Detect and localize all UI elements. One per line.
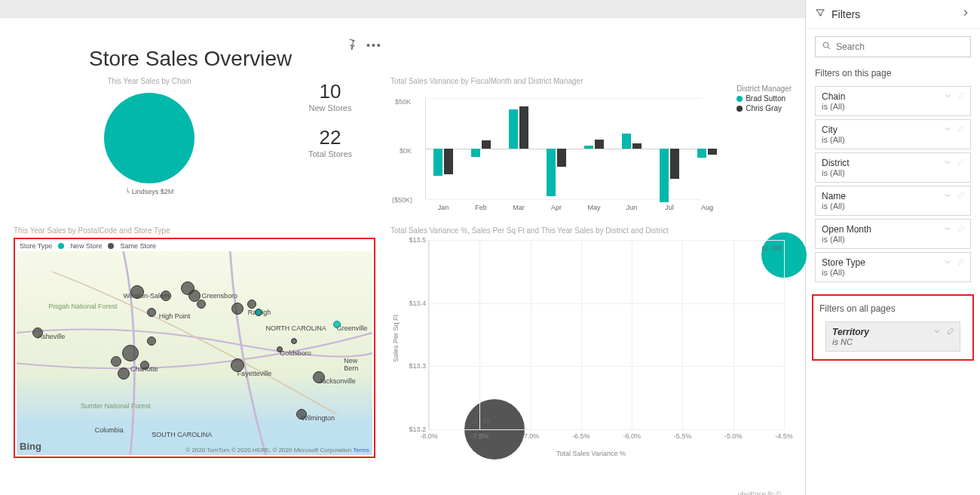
chevron-down-icon[interactable] (943, 158, 952, 169)
map-canvas[interactable]: Bing © 2020 TomTom © 2020 HERE, © 2020 M… (17, 251, 372, 455)
chevron-down-icon[interactable] (943, 224, 952, 235)
scatter-tile[interactable]: Total Sales Variance %, Sales Per Sq Ft … (390, 226, 792, 460)
bing-logo: Bing (20, 441, 41, 452)
filter-card-territory[interactable]: Territory is NC (825, 321, 960, 352)
filter-card-district[interactable]: Districtis (All) (815, 152, 971, 183)
pie-title: This Year Sales by Chain (14, 77, 285, 85)
chevron-down-icon[interactable] (943, 191, 952, 202)
top-grey-bar (0, 0, 805, 18)
pie-kpi-tile[interactable]: This Year Sales by Chain └ Lindseys $2M … (14, 77, 375, 220)
eraser-icon[interactable] (957, 91, 966, 103)
scatter-title: Total Sales Variance %, Sales Per Sq Ft … (390, 226, 792, 235)
eraser-icon[interactable] (957, 191, 966, 202)
map-terms-link[interactable]: Terms (353, 447, 369, 453)
pie-chart[interactable] (104, 93, 194, 183)
bar-plot-area: JanFebMarAprMayJunJulAug (425, 98, 701, 199)
kpi-total-stores-value: 22 (285, 126, 375, 149)
more-icon[interactable]: ••• (366, 39, 382, 51)
scatter-plot-area: LI - 04 LI - 03 $13.5$13.4$13.3$13.2-8.0… (428, 240, 784, 430)
all-pages-highlight: Filters on all pages Territory is NC (812, 294, 974, 361)
bar-chart-tile[interactable]: Total Sales Variance by FiscalMonth and … (390, 77, 792, 220)
page-title: Store Sales Overview (89, 47, 792, 71)
filter-card-city[interactable]: Cityis (All) (815, 119, 971, 149)
filter-card-chain[interactable]: Chainis (All) (815, 86, 971, 116)
filter-card-name[interactable]: Nameis (All) (815, 186, 971, 216)
pin-icon[interactable] (345, 38, 357, 52)
filter-search[interactable] (815, 36, 971, 57)
bar-chart-title: Total Sales Variance by FiscalMonth and … (390, 77, 792, 85)
collapse-pane-icon[interactable] (960, 8, 971, 20)
filter-search-input[interactable] (836, 42, 964, 52)
bar-legend: District Manager Brad Sutton Chris Gray (737, 85, 792, 114)
eraser-icon[interactable] (946, 327, 955, 338)
pie-legend: └ Lindseys $2M (14, 188, 285, 195)
kpi-new-stores-value: 10 (285, 80, 375, 103)
kpi-new-stores-label: New Stores (285, 103, 375, 112)
filter-card-store-type[interactable]: Store Typeis (All) (815, 252, 971, 282)
svg-point-0 (823, 42, 828, 48)
map-attribution: © 2020 TomTom © 2020 HERE, © 2020 Micros… (185, 447, 369, 453)
filter-card-open-month[interactable]: Open Monthis (All) (815, 219, 971, 249)
eraser-icon[interactable] (957, 158, 966, 169)
section-this-page: Filters on this page (806, 65, 980, 83)
filters-pane: Filters Filters on this page Chainis (Al… (805, 0, 980, 495)
map-tile-wrapper: This Year Sales by PostalCode and Store … (14, 226, 375, 460)
chevron-down-icon[interactable] (943, 125, 952, 136)
filters-title: Filters (831, 8, 954, 20)
filter-icon (815, 8, 825, 20)
map-tile[interactable]: Store Type New Store Same Store Bing © 2… (14, 238, 375, 458)
map-title: This Year Sales by PostalCode and Store … (14, 226, 375, 235)
kpi-total-stores-label: Total Stores (285, 149, 375, 158)
eraser-icon[interactable] (957, 224, 966, 235)
section-all-pages: Filters on all pages (816, 300, 969, 318)
chevron-down-icon[interactable] (933, 327, 942, 338)
eraser-icon[interactable] (957, 125, 966, 136)
chevron-down-icon[interactable] (943, 257, 952, 269)
chevron-down-icon[interactable] (943, 91, 952, 103)
eraser-icon[interactable] (957, 257, 966, 269)
obviEnce-credit: obviEnce llc © (738, 490, 781, 495)
search-icon (822, 41, 831, 53)
map-legend: Store Type New Store Same Store (17, 241, 372, 251)
